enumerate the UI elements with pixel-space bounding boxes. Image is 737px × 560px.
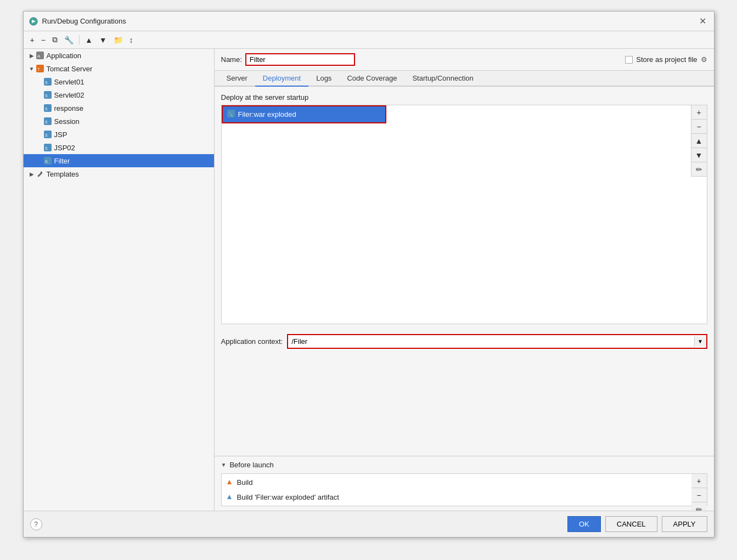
templates-label: Templates <box>47 170 79 178</box>
svg-text:T: T <box>37 67 40 71</box>
svg-text:S: S <box>45 107 48 111</box>
arrow-response <box>36 105 43 111</box>
app-context-input[interactable] <box>288 335 694 348</box>
deploy-section: Deploy at the server startup 🔧 Filer:war… <box>221 93 707 324</box>
arrow-servlet01 <box>36 79 43 85</box>
sidebar-item-filter[interactable]: S Filter <box>24 154 214 167</box>
deploy-section-label: Deploy at the server startup <box>221 93 707 101</box>
before-launch-build-label: Build <box>237 478 253 487</box>
tomcat-label: Tomcat Server <box>47 65 93 73</box>
before-launch-header[interactable]: ▼ Before launch <box>221 461 707 469</box>
action-buttons: OK CANCEL APPLY <box>567 516 707 532</box>
tab-startup-connection[interactable]: Startup/Connection <box>404 71 481 87</box>
help-button[interactable]: ? <box>30 518 42 530</box>
tab-server[interactable]: Server <box>219 71 255 87</box>
store-label: Store as project file <box>636 55 697 64</box>
sidebar-item-servlet01[interactable]: S Servlet01 <box>24 75 214 88</box>
bl-edit-button[interactable]: ✏ <box>691 502 707 511</box>
move-up-button[interactable]: ▲ <box>83 35 95 46</box>
name-label: Name: <box>221 55 242 64</box>
bottom-bar: ? OK CANCEL APPLY <box>24 511 714 537</box>
sidebar-item-session[interactable]: S Session <box>24 115 214 128</box>
svg-text:S: S <box>45 94 48 98</box>
jsp02-label: JSP02 <box>54 144 75 152</box>
deploy-item-icon: 🔧 <box>227 110 235 119</box>
sidebar-item-servlet02[interactable]: S Servlet02 <box>24 88 214 101</box>
ok-button[interactable]: OK <box>567 516 601 532</box>
close-button[interactable]: ✕ <box>697 16 708 26</box>
arrow-filter <box>36 158 43 164</box>
bl-remove-button[interactable]: − <box>691 488 707 502</box>
response-label: response <box>54 104 83 112</box>
before-launch-section: ▼ Before launch Build Build 'File <box>215 456 714 511</box>
before-launch-side-buttons: + − ✏ ▲ <box>691 474 707 511</box>
session-label: Session <box>54 117 80 126</box>
filter-label: Filter <box>54 157 70 165</box>
copy-config-button[interactable]: ⧉ <box>50 34 60 46</box>
arrow-tomcat: ▼ <box>28 66 36 72</box>
sidebar-item-jsp02[interactable]: S JSP02 <box>24 141 214 154</box>
deploy-item-label: Filer:war exploded <box>238 110 296 118</box>
remove-config-button[interactable]: − <box>39 35 48 46</box>
svg-text:S: S <box>45 133 48 137</box>
deploy-side-buttons: + − ▲ ▼ ✏ <box>691 105 707 177</box>
jsp-icon: S <box>43 130 52 139</box>
deploy-edit-button[interactable]: ✏ <box>691 162 707 177</box>
move-down-button[interactable]: ▼ <box>97 35 109 46</box>
tab-deployment[interactable]: Deployment <box>255 71 308 87</box>
servlet01-label: Servlet01 <box>54 78 85 86</box>
tab-code-coverage[interactable]: Code Coverage <box>339 71 404 87</box>
app-context-dropdown[interactable]: ▼ <box>694 336 706 347</box>
deploy-down-button[interactable]: ▼ <box>691 148 707 162</box>
cancel-button[interactable]: CANCEL <box>605 516 657 532</box>
deploy-list-container: 🔧 Filer:war exploded + − ▲ ▼ ✏ <box>221 105 707 324</box>
dialog-icon <box>29 17 38 26</box>
session-icon: S <box>43 117 52 126</box>
artifact-icon <box>226 493 234 502</box>
main-content: ▶ A Application ▼ T Tomcat Server S <box>24 49 714 511</box>
svg-text:🔧: 🔧 <box>228 112 233 117</box>
sidebar-item-response[interactable]: S response <box>24 101 214 115</box>
app-context-row: Application context: ▼ <box>221 330 707 353</box>
title-bar-left: Run/Debug Configurations <box>29 17 126 26</box>
arrow-jsp <box>36 132 43 138</box>
settings-button[interactable]: 🔧 <box>62 35 76 46</box>
before-launch-arrow: ▼ <box>221 462 227 468</box>
tab-logs[interactable]: Logs <box>308 71 339 87</box>
sidebar-item-jsp[interactable]: S JSP <box>24 128 214 141</box>
folder-button[interactable]: 📁 <box>111 35 125 46</box>
before-launch-build: Build <box>222 475 707 490</box>
wrench-icon <box>36 169 44 178</box>
deploy-remove-button[interactable]: − <box>691 120 707 134</box>
sidebar-item-templates[interactable]: ▶ Templates <box>24 167 214 180</box>
servlet02-icon: S <box>43 90 52 99</box>
servlet01-icon: S <box>43 77 52 86</box>
deploy-up-button[interactable]: ▲ <box>691 134 707 148</box>
response-icon: S <box>43 104 52 112</box>
deploy-item[interactable]: 🔧 Filer:war exploded <box>222 105 386 123</box>
deploy-list: 🔧 Filer:war exploded <box>222 105 707 324</box>
sidebar-item-tomcat[interactable]: ▼ T Tomcat Server <box>24 62 214 75</box>
apply-button[interactable]: APPLY <box>662 516 707 532</box>
name-row: Name: Store as project file ⚙ <box>215 49 714 71</box>
store-row: Store as project file ⚙ <box>625 55 707 64</box>
arrow-templates: ▶ <box>28 171 36 177</box>
svg-text:S: S <box>45 81 48 84</box>
sort-button[interactable]: ↕ <box>127 35 136 46</box>
before-launch-artifact: Build 'Filer:war exploded' artifact <box>222 490 707 505</box>
dialog-title: Run/Debug Configurations <box>42 17 126 25</box>
tomcat-icon: T <box>36 64 44 73</box>
deploy-add-button[interactable]: + <box>691 105 707 120</box>
store-checkbox[interactable] <box>625 56 633 64</box>
svg-text:S: S <box>45 160 48 163</box>
svg-text:S: S <box>45 120 48 124</box>
gear-icon[interactable]: ⚙ <box>701 55 707 64</box>
bl-add-button[interactable]: + <box>691 474 707 488</box>
sidebar-item-application[interactable]: ▶ A Application <box>24 49 214 62</box>
filter-icon: S <box>43 156 52 165</box>
name-input[interactable] <box>245 53 355 66</box>
before-launch-title: Before launch <box>229 461 273 469</box>
app-icon: A <box>36 51 44 60</box>
add-config-button[interactable]: + <box>28 35 37 46</box>
tabs-bar: Server Deployment Logs Code Coverage Sta… <box>215 71 714 87</box>
